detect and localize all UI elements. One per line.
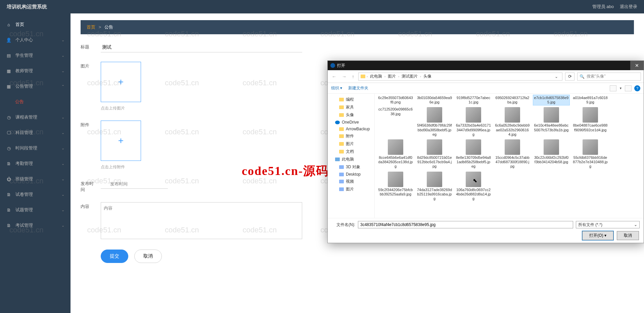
sidebar-item[interactable]: 🗎试卷管理⌄ — [0, 187, 71, 202]
tree-item[interactable]: 头像 — [329, 111, 373, 119]
file-item[interactable]: a01b4ae891a7c60189.jpg — [572, 95, 608, 105]
file-item[interactable]: 6c29e355073d60643f8.png — [377, 95, 414, 105]
newfolder-button[interactable]: 新建文件夹 — [348, 85, 368, 91]
search-box[interactable]: 🔍 搜索"头像" — [577, 73, 641, 81]
file-item[interactable]: cc7125200e09865c638.jpg — [377, 106, 414, 137]
tree-item[interactable]: 此电脑 — [329, 155, 373, 163]
path-crumb[interactable]: 此电脑 — [369, 74, 383, 79]
file-item[interactable]: 55cfdb8376bb916de877b2e7e3410488.jpg — [572, 139, 608, 170]
title-input[interactable] — [101, 43, 302, 52]
file-item[interactable]: 106a760d8c0697cc24bde26d882d8a14.jpg — [455, 171, 492, 202]
file-item[interactable]: 8be04887cae6ce988f9096f592ce1d4.jpg — [572, 106, 608, 137]
tree-item[interactable]: OneDrive — [329, 119, 373, 126]
tree-item[interactable]: 图片 — [329, 185, 373, 193]
breadcrumb-home[interactable]: 首页 — [87, 25, 95, 30]
filetype-select[interactable]: 所有文件 (*.*)⌄ — [576, 221, 640, 228]
file-item[interactable]: 8e8e130709d5e94a81adb85b258bebf5.jpeg — [455, 139, 492, 170]
path-crumb[interactable]: 测试图片 — [401, 74, 419, 79]
logout-link[interactable]: 退出登录 — [620, 4, 637, 10]
back-icon[interactable]: ← — [330, 73, 338, 80]
sidebar-item[interactable]: 👤个人中心⌄ — [0, 32, 71, 48]
up-icon[interactable]: ↑ — [351, 73, 356, 80]
dialog-titlebar[interactable]: 打开 ✕ — [328, 61, 644, 70]
tree-item[interactable]: 文档 — [329, 148, 373, 155]
tree-item-label: 图片 — [346, 186, 354, 192]
upload-attach-box[interactable]: + — [101, 121, 141, 161]
sidebar-item[interactable]: 🗎试题管理⌄ — [0, 202, 71, 218]
tree-item[interactable]: 编程 — [329, 96, 373, 103]
filename-input[interactable] — [358, 221, 573, 228]
chevron-up-icon: ⌃ — [61, 84, 64, 89]
tree-item[interactable]: 3D 对象 — [329, 163, 373, 171]
close-button[interactable]: ✕ — [630, 61, 644, 70]
cancel-button[interactable]: 取消 — [134, 250, 162, 263]
tree-item[interactable]: 家具 — [329, 103, 373, 111]
file-item[interactable]: 69502692483712fa2ba.jpg — [494, 95, 531, 105]
tree-item-label: 3D 对象 — [346, 164, 360, 170]
cloud-icon — [335, 121, 340, 124]
submit-button[interactable]: 提交 — [101, 250, 128, 263]
breadcrumb-sep: > — [99, 25, 101, 30]
file-name: a01b4ae891a7c60189.jpg — [573, 96, 608, 104]
path-crumb[interactable]: 图片 — [387, 74, 397, 79]
sidebar-item[interactable]: ⏻班级管理⌄ — [0, 171, 71, 187]
sidebar-item[interactable]: 🖵科目管理⌄ — [0, 125, 71, 140]
file-thumbnail — [427, 172, 442, 187]
tree-item-label: 视频 — [346, 179, 354, 184]
file-item[interactable]: 74da3127ade38269db25119a9916caba.jpg — [416, 171, 453, 202]
file-item[interactable]: 8cce645b6e6a41df0da3842605ce138d.jpg — [377, 139, 414, 170]
sidebar-item[interactable]: ▦教师管理⌄ — [0, 63, 71, 79]
header-user[interactable]: 管理员 abo — [592, 4, 614, 10]
sidebar-item-label: 公告 — [15, 99, 24, 105]
sidebar-item[interactable]: ▦公告管理⌃ — [0, 79, 71, 94]
organize-menu[interactable]: 组织 ▾ — [331, 85, 342, 91]
file-name: 8e8e130709d5e94a81adb85b258bebf5.jpeg — [456, 155, 491, 169]
sidebar-item[interactable]: ◷课程表管理⌄ — [0, 109, 71, 125]
file-name: 8be04887cae6ce988f9096f592ce1d4.jpg — [573, 123, 608, 132]
sidebar-item[interactable]: ◷时间段管理⌄ — [0, 140, 71, 156]
upload-attach-hint: 点击上传附件 — [101, 164, 141, 170]
view-mode-button[interactable] — [610, 85, 616, 91]
refresh-button[interactable]: ⟳ — [565, 73, 574, 81]
file-item[interactable]: 6e10c49a48ee86ebc5007fc573b3fa1b.jpg — [533, 106, 569, 137]
file-item[interactable]: 6a7332bd3a4e631713447d9d9909f6ea.jpg — [455, 106, 492, 137]
file-item[interactable]: 919f8d52770e7abec1c.jpg — [455, 95, 492, 105]
sidebar-item[interactable]: ▤学生管理⌄ — [0, 48, 71, 63]
file-name: 6c29e355073d60643f8.png — [378, 96, 413, 104]
tree-item[interactable]: Desktop — [329, 171, 373, 178]
dialog-cancel-button[interactable]: 取消 — [617, 231, 639, 240]
tree-item[interactable]: ArrowBackup — [329, 126, 373, 132]
file-item[interactable]: 5f45638df0b78fdc29fbbd90a3858bebf5.jpeg — [416, 106, 453, 137]
open-button[interactable]: 打开(O) ▾ — [582, 231, 613, 240]
folder-icon — [339, 142, 344, 146]
file-thumbnail — [466, 139, 481, 155]
sidebar-subitem[interactable]: 公告 — [0, 94, 71, 109]
sidebar-item[interactable]: 🗎考试管理⌄ — [0, 218, 71, 233]
file-item[interactable]: 30c22c66bf2c292bf0f3bb3414204b58.jpg — [533, 139, 569, 170]
content-textarea[interactable] — [101, 202, 302, 239]
tree-item-label: OneDrive — [342, 120, 359, 125]
sidebar-item[interactable]: ⌂首页 — [0, 17, 71, 32]
file-item[interactable]: 6c6a0528ebc9debb9ae02a532b29606164.jpg — [494, 106, 531, 137]
preview-toggle-button[interactable] — [625, 85, 632, 91]
file-item[interactable]: 3b01030da54659ea96e.jpg — [416, 95, 453, 105]
chevron-down-icon[interactable]: ⌄ — [553, 74, 560, 79]
path-crumb[interactable]: 头像 — [422, 74, 432, 79]
upload-image-box[interactable]: + — [101, 62, 141, 102]
forward-icon[interactable]: → — [340, 73, 348, 80]
file-item[interactable]: 15ccd0964c5c37abb47dd687300f18890.jpg — [494, 139, 531, 170]
chevron-down-icon[interactable]: ▼ — [619, 87, 622, 90]
sidebar-item-label: 教师管理 — [15, 68, 33, 74]
chevron-down-icon: ⌄ — [61, 115, 64, 120]
file-item[interactable]: 59c2f344206e75bfcbbb392525aafa9.jpg — [377, 171, 414, 202]
monitor-icon: 🖵 — [6, 130, 11, 135]
sidebar-item[interactable]: 🗎考勤管理⌄ — [0, 156, 71, 171]
help-icon[interactable]: ? — [634, 85, 640, 91]
tree-item[interactable]: 图片 — [329, 140, 373, 148]
path-bar[interactable]: › 此电脑› 图片› 测试图片› 头像 ⌄ — [358, 73, 562, 81]
time-input[interactable] — [101, 179, 168, 189]
tree-item[interactable]: 视频 — [329, 178, 373, 185]
file-item[interactable]: 8d29dc8500721b01e912bbc6d17bcb9a4.jpg — [416, 139, 453, 170]
tree-item[interactable]: 附件 — [329, 132, 373, 140]
file-item[interactable]: e7cb1c8d6575838e95.jpg — [533, 95, 569, 105]
